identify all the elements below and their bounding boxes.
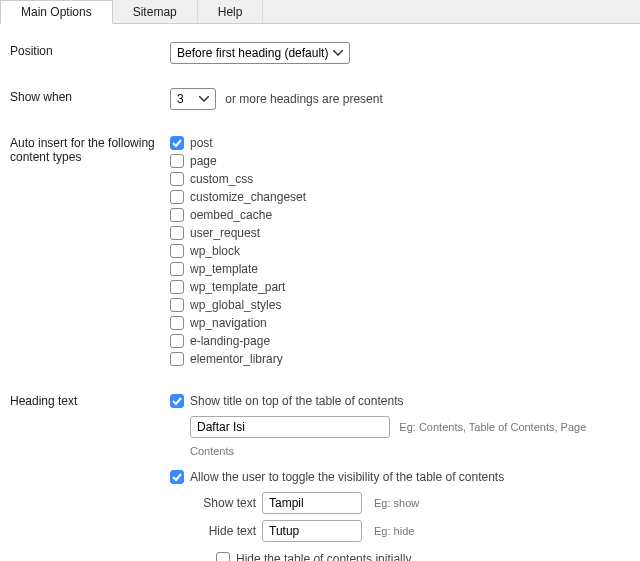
checkbox-content-type-post[interactable] [170, 136, 184, 150]
content-type-label: e-landing-page [190, 332, 270, 350]
checkbox-content-type-wp_global_styles[interactable] [170, 298, 184, 312]
show-text-label: Show text [196, 496, 256, 510]
show-when-suffix: or more headings are present [225, 92, 382, 106]
checkbox-content-type-wp_navigation[interactable] [170, 316, 184, 330]
row-show-when: Show when 3 or more headings are present [10, 88, 630, 110]
label-heading-text: Heading text [10, 392, 170, 408]
content-type-row: custom_css [170, 170, 630, 188]
content-type-row: post [170, 134, 630, 152]
checkbox-show-title[interactable] [170, 394, 184, 408]
checkbox-content-type-customize_changeset[interactable] [170, 190, 184, 204]
tab-main-options[interactable]: Main Options [0, 0, 113, 24]
row-position: Position Before first heading (default) [10, 42, 630, 64]
content-type-label: wp_template [190, 260, 258, 278]
allow-toggle-label: Allow the user to toggle the visibility … [190, 468, 504, 486]
content-type-row: page [170, 152, 630, 170]
tab-help[interactable]: Help [198, 0, 264, 23]
checkbox-content-type-wp_template_part[interactable] [170, 280, 184, 294]
content-type-label: wp_navigation [190, 314, 267, 332]
checkbox-content-type-oembed_cache[interactable] [170, 208, 184, 222]
tab-sitemap[interactable]: Sitemap [113, 0, 198, 23]
content-type-label: user_request [190, 224, 260, 242]
checkbox-content-type-custom_css[interactable] [170, 172, 184, 186]
form-area: Position Before first heading (default) … [0, 24, 640, 561]
show-text-hint: Eg: show [374, 497, 419, 509]
checkbox-content-type-wp_block[interactable] [170, 244, 184, 258]
content-type-row: elementor_library [170, 350, 630, 368]
label-auto-insert: Auto insert for the following content ty… [10, 134, 170, 164]
content-type-row: oembed_cache [170, 206, 630, 224]
content-type-row: e-landing-page [170, 332, 630, 350]
select-show-when[interactable]: 3 [170, 88, 216, 110]
content-type-label: page [190, 152, 217, 170]
content-type-row: user_request [170, 224, 630, 242]
input-show-text[interactable] [262, 492, 362, 514]
content-type-row: wp_template_part [170, 278, 630, 296]
content-type-label: custom_css [190, 170, 253, 188]
label-show-when: Show when [10, 88, 170, 104]
hide-text-label: Hide text [196, 524, 256, 538]
content-type-label: post [190, 134, 213, 152]
input-heading-title[interactable] [190, 416, 390, 438]
checkbox-hide-initially[interactable] [216, 552, 230, 561]
checkbox-content-type-e-landing-page[interactable] [170, 334, 184, 348]
content-type-row: customize_changeset [170, 188, 630, 206]
content-type-row: wp_global_styles [170, 296, 630, 314]
show-title-label: Show title on top of the table of conten… [190, 392, 403, 410]
hide-initially-label: Hide the table of contents initially [236, 550, 411, 561]
checkbox-content-type-page[interactable] [170, 154, 184, 168]
checkbox-content-type-user_request[interactable] [170, 226, 184, 240]
checkbox-content-type-elementor_library[interactable] [170, 352, 184, 366]
content-type-row: wp_navigation [170, 314, 630, 332]
row-heading-text: Heading text Show title on top of the ta… [10, 392, 630, 561]
content-type-row: wp_template [170, 260, 630, 278]
content-type-label: wp_block [190, 242, 240, 260]
tab-bar: Main Options Sitemap Help [0, 0, 640, 24]
input-hide-text[interactable] [262, 520, 362, 542]
checkbox-allow-toggle[interactable] [170, 470, 184, 484]
content-type-label: elementor_library [190, 350, 283, 368]
label-position: Position [10, 42, 170, 58]
content-type-label: wp_template_part [190, 278, 285, 296]
checkbox-content-type-wp_template[interactable] [170, 262, 184, 276]
content-type-row: wp_block [170, 242, 630, 260]
row-auto-insert: Auto insert for the following content ty… [10, 134, 630, 368]
content-type-label: wp_global_styles [190, 296, 281, 314]
hide-text-hint: Eg: hide [374, 525, 414, 537]
content-type-label: customize_changeset [190, 188, 306, 206]
select-position[interactable]: Before first heading (default) [170, 42, 350, 64]
content-type-label: oembed_cache [190, 206, 272, 224]
